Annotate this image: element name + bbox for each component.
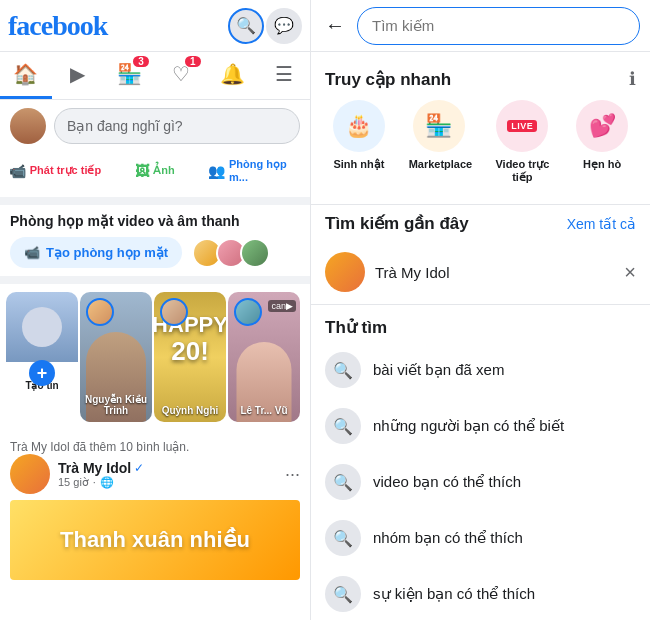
try-item-2[interactable]: 🔍 những người bạn có thể biết <box>311 398 650 454</box>
live-icon: 📹 <box>9 163 26 179</box>
back-button[interactable]: ← <box>321 10 349 41</box>
poster-name: Trà My Idol <box>58 460 131 476</box>
see-all-link[interactable]: Xem tất cả <box>567 216 636 232</box>
search-button[interactable]: 🔍 <box>228 8 264 44</box>
post-time: 15 giờ <box>58 476 89 489</box>
quick-access-header: Truy cập nhanh ℹ <box>311 64 650 100</box>
story-3[interactable]: HAPPY 20! Quỳnh Nghi <box>154 292 226 422</box>
meeting-title: Phòng họp mặt video và âm thanh <box>10 213 300 229</box>
poster-info: Trà My Idol ✓ 15 giờ · 🌐 <box>58 460 277 489</box>
video-icon: ▶ <box>70 62 85 86</box>
quick-access-title: Truy cập nhanh <box>325 69 451 90</box>
quick-marketplace[interactable]: 🏪 Marketplace <box>409 100 469 184</box>
photo-icon: 🖼 <box>135 163 149 179</box>
search-content: Truy cập nhanh ℹ 🎂 Sinh nhật 🏪 Marketpla… <box>311 52 650 620</box>
try-title-wrapper: Thử tìm <box>311 309 650 342</box>
post-box: Bạn đang nghĩ gì? <box>0 100 310 148</box>
create-story-plus: + <box>29 360 55 386</box>
room-label: Phòng họp m... <box>229 158 302 183</box>
bell-icon: 🔔 <box>220 62 245 86</box>
dating-icon: 💕 <box>576 100 628 152</box>
create-room-button[interactable]: 📹 Tạo phòng họp mặt <box>10 237 182 268</box>
live-video-icon: LIVE <box>496 100 548 152</box>
feed-post: Trà My Idol đã thêm 10 bình luận. Trà My… <box>0 426 310 590</box>
create-story[interactable]: Tạo tin + <box>6 292 78 422</box>
recent-avatar <box>325 252 365 292</box>
try-item-1[interactable]: 🔍 bài viết bạn đã xem <box>311 342 650 398</box>
meeting-section: Phòng họp mặt video và âm thanh 📹 Tạo ph… <box>0 205 310 284</box>
divider-2 <box>311 304 650 305</box>
nav-notifications[interactable]: 🔔 <box>207 52 259 99</box>
post-input[interactable]: Bạn đang nghĩ gì? <box>54 108 300 144</box>
try-title: Thử tìm <box>325 318 387 337</box>
facebook-logo: facebook <box>8 10 107 42</box>
story-3-avatar <box>160 298 188 326</box>
birthday-label: Sinh nhật <box>333 158 384 171</box>
dating-label: Hẹn hò <box>583 158 621 171</box>
nav-home[interactable]: 🏠 <box>0 52 52 99</box>
room-avatar-3 <box>240 238 270 268</box>
nav-menu[interactable]: ☰ <box>258 52 310 99</box>
try-text-5: sự kiện bạn có thể thích <box>373 585 535 603</box>
story-4-avatar <box>234 298 262 326</box>
photo-label: Ảnh <box>153 164 174 177</box>
story-bar: Tạo tin + Nguyễn Kiều Trinh HAPPY 20! Qu… <box>0 284 310 426</box>
nav-marketplace[interactable]: 🏪 3 <box>103 52 155 99</box>
nav-bar: 🏠 ▶ 🏪 3 ♡ 1 🔔 ☰ <box>0 52 310 100</box>
messenger-button[interactable]: 💬 <box>266 8 302 44</box>
menu-icon: ☰ <box>275 62 293 86</box>
story-4-label: Lê Tr... Vũ <box>228 405 300 416</box>
nav-video[interactable]: ▶ <box>52 52 104 99</box>
recent-search-item: Trà My Idol × <box>311 244 650 300</box>
room-button[interactable]: 👥 Phòng họp m... <box>206 152 304 189</box>
video-call-icon: 📹 <box>24 245 40 260</box>
post-header: Trà My Idol ✓ 15 giờ · 🌐 ··· <box>10 454 300 494</box>
more-button[interactable]: ··· <box>285 464 300 485</box>
photo-button[interactable]: 🖼 Ảnh <box>106 152 204 189</box>
quick-dating[interactable]: 💕 Hẹn hò <box>576 100 628 184</box>
post-meta: 15 giờ · 🌐 <box>58 476 277 489</box>
try-text-3: video bạn có thể thích <box>373 473 521 491</box>
story-2[interactable]: Nguyễn Kiều Trinh <box>80 292 152 422</box>
post-comment-line: Trà My Idol đã thêm 10 bình luận. <box>10 440 300 454</box>
search-icon-5: 🔍 <box>325 576 361 612</box>
search-input[interactable] <box>357 7 640 45</box>
try-text-4: nhóm bạn có thể thích <box>373 529 523 547</box>
post-actions: 📹 Phát trực tiếp 🖼 Ảnh 👥 Phòng họp m... <box>0 148 310 205</box>
live-button[interactable]: 📹 Phát trực tiếp <box>6 152 104 189</box>
marketplace-label: Marketplace <box>409 158 469 170</box>
room-avatars <box>192 238 270 268</box>
post-placeholder: Bạn đang nghĩ gì? <box>67 118 183 134</box>
info-icon[interactable]: ℹ <box>629 68 636 90</box>
nav-friends[interactable]: ♡ 1 <box>155 52 207 99</box>
remove-recent-button[interactable]: × <box>624 261 636 284</box>
quick-access-grid: 🎂 Sinh nhật 🏪 Marketplace LIVE Video trự… <box>311 100 650 200</box>
quick-birthday[interactable]: 🎂 Sinh nhật <box>333 100 385 184</box>
meeting-row: 📹 Tạo phòng họp mặt <box>10 237 300 268</box>
header-icons: 🔍 💬 <box>228 8 302 44</box>
quick-live[interactable]: LIVE Video trực tiếp <box>492 100 552 184</box>
search-icon-2: 🔍 <box>325 408 361 444</box>
story-4[interactable]: can▶ Lê Tr... Vũ <box>228 292 300 422</box>
search-header: ← <box>311 0 650 52</box>
header: facebook 🔍 💬 <box>0 0 310 52</box>
story-2-label: Nguyễn Kiều Trinh <box>80 394 152 416</box>
try-item-4[interactable]: 🔍 nhóm bạn có thể thích <box>311 510 650 566</box>
poster-avatar <box>10 454 50 494</box>
try-item-3[interactable]: 🔍 video bạn có thể thích <box>311 454 650 510</box>
verify-icon: ✓ <box>134 461 144 475</box>
try-item-5[interactable]: 🔍 sự kiện bạn có thể thích <box>311 566 650 620</box>
divider-1 <box>311 204 650 205</box>
search-panel: ← Truy cập nhanh ℹ 🎂 Sinh nhật 🏪 Marketp… <box>310 0 650 620</box>
room-icon: 👥 <box>208 163 225 179</box>
globe-icon: 🌐 <box>100 476 114 489</box>
recent-search-header: Tìm kiếm gần đây Xem tất cả <box>311 209 650 244</box>
birthday-icon: 🎂 <box>333 100 385 152</box>
try-text-2: những người bạn có thể biết <box>373 417 564 435</box>
create-room-label: Tạo phòng họp mặt <box>46 245 168 260</box>
search-input-wrapper <box>357 7 640 45</box>
recent-title: Tìm kiếm gần đây <box>325 213 469 234</box>
live-label: Video trực tiếp <box>492 158 552 184</box>
live-label: Phát trực tiếp <box>30 164 101 177</box>
home-icon: 🏠 <box>13 62 38 86</box>
